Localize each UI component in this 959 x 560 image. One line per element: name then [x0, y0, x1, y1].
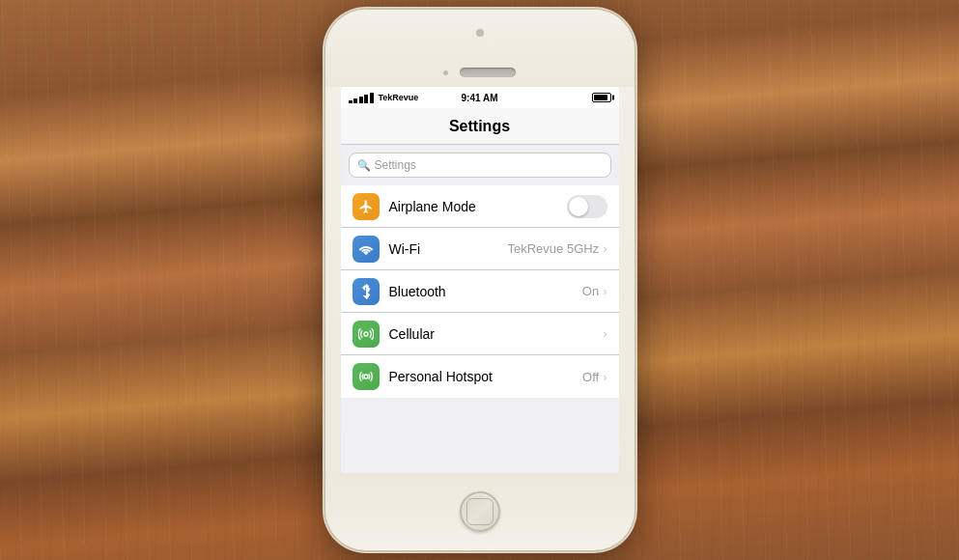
search-bar[interactable]: 🔍 Settings	[349, 153, 611, 178]
page-title: Settings	[449, 118, 510, 135]
phone-shell: TekRevue 9:41 AM Settings 🔍 Settings	[325, 10, 635, 550]
wifi-value: TekRevue 5GHz	[508, 241, 600, 256]
search-icon: 🔍	[357, 159, 371, 172]
settings-item-bluetooth[interactable]: Bluetooth On ›	[341, 270, 619, 313]
bluetooth-chevron: ›	[603, 284, 606, 298]
signal-dot-5	[370, 93, 374, 103]
svg-point-0	[364, 332, 368, 336]
phone-top	[325, 10, 635, 87]
status-bar: TekRevue 9:41 AM	[341, 87, 619, 108]
bluetooth-value: On	[582, 284, 599, 298]
airplane-mode-toggle[interactable]	[567, 195, 607, 218]
cellular-icon	[353, 321, 380, 348]
earpiece-area	[443, 68, 516, 77]
wifi-icon	[353, 236, 380, 263]
mic-dot	[443, 70, 448, 75]
status-right	[592, 93, 611, 102]
carrier-name: TekRevue	[379, 93, 419, 102]
battery-icon	[592, 93, 611, 102]
status-time: 9:41 AM	[462, 93, 498, 103]
wifi-label: Wi-Fi	[389, 241, 508, 257]
settings-item-airplane-mode[interactable]: Airplane Mode	[341, 185, 619, 228]
earpiece	[460, 68, 516, 77]
settings-group-connectivity: Airplane Mode Wi-Fi TekRevue 5GHz ›	[341, 185, 619, 398]
signal-dot-3	[359, 97, 363, 103]
bluetooth-icon	[353, 278, 380, 305]
search-container: 🔍 Settings	[341, 145, 619, 185]
screen: TekRevue 9:41 AM Settings 🔍 Settings	[341, 87, 619, 473]
home-button-inner	[466, 498, 494, 525]
settings-item-wifi[interactable]: Wi-Fi TekRevue 5GHz ›	[341, 228, 619, 270]
bluetooth-label: Bluetooth	[389, 284, 582, 299]
signal-dot-4	[364, 95, 368, 103]
hotspot-label: Personal Hotspot	[389, 369, 583, 384]
hotspot-value: Off	[582, 370, 599, 384]
signal-dots	[349, 93, 374, 103]
toggle-thumb	[569, 197, 588, 216]
settings-item-cellular[interactable]: Cellular ›	[341, 313, 619, 355]
airplane-mode-icon	[353, 193, 380, 220]
phone-bottom	[325, 473, 635, 550]
signal-dot-1	[349, 100, 353, 103]
cellular-chevron: ›	[603, 326, 606, 341]
front-camera	[476, 29, 484, 37]
airplane-mode-label: Airplane Mode	[389, 199, 567, 214]
home-button[interactable]	[460, 491, 500, 532]
hotspot-chevron: ›	[603, 370, 606, 384]
battery-fill	[594, 95, 607, 100]
search-placeholder: Settings	[375, 158, 416, 172]
settings-item-personal-hotspot[interactable]: Personal Hotspot Off ›	[341, 355, 619, 398]
hotspot-icon	[353, 363, 380, 390]
settings-list: Airplane Mode Wi-Fi TekRevue 5GHz ›	[341, 185, 619, 473]
cellular-label: Cellular	[389, 326, 600, 342]
nav-bar: Settings	[341, 108, 619, 145]
svg-point-1	[364, 375, 368, 378]
status-left: TekRevue	[349, 93, 419, 103]
wifi-chevron: ›	[603, 241, 606, 256]
signal-dot-2	[353, 98, 357, 103]
